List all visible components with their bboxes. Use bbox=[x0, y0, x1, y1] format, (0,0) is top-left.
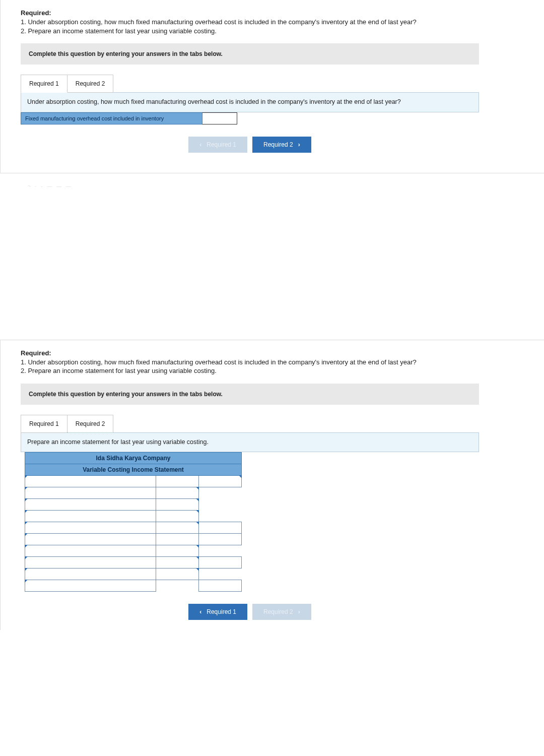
stmt-value-input[interactable] bbox=[199, 522, 241, 533]
stmt-label-input[interactable] bbox=[25, 569, 156, 580]
panel2-prompt: Prepare an income statement for last yea… bbox=[27, 438, 209, 446]
next-button: Required 2 › bbox=[252, 604, 311, 620]
required-q2: 2. Prepare an income statement for last … bbox=[21, 367, 217, 374]
stmt-label-input[interactable] bbox=[25, 557, 156, 568]
required-text: 1. Under absorption costing, how much fi… bbox=[21, 18, 524, 35]
tab-required-1[interactable]: Required 1 bbox=[21, 415, 67, 433]
stmt-mid-input[interactable] bbox=[156, 522, 198, 533]
chevron-right-icon: › bbox=[298, 608, 300, 615]
answer-label: Fixed manufacturing overhead cost includ… bbox=[21, 112, 202, 124]
prev-label: Required 1 bbox=[207, 608, 236, 615]
stmt-mid-input[interactable] bbox=[156, 557, 198, 568]
question-card-2: Required: 1. Under absorption costing, h… bbox=[0, 340, 544, 631]
stmt-label-input[interactable] bbox=[25, 545, 156, 556]
prev-button[interactable]: ‹ Required 1 bbox=[188, 604, 247, 620]
stmt-label-input[interactable] bbox=[25, 511, 156, 522]
tabs: Required 1 Required 2 bbox=[21, 75, 479, 93]
stmt-value-input[interactable] bbox=[199, 557, 241, 568]
tab-required-2[interactable]: Required 2 bbox=[67, 75, 114, 93]
next-label: Required 2 bbox=[263, 141, 293, 148]
question-card-1: Required: 1. Under absorption costing, h… bbox=[0, 0, 544, 173]
stmt-value-input[interactable] bbox=[199, 534, 241, 545]
tab-required-1[interactable]: Required 1 bbox=[21, 75, 67, 93]
instruction-banner: Complete this question by entering your … bbox=[21, 384, 479, 405]
stmt-value-input[interactable] bbox=[199, 476, 241, 487]
page-artifact: ~ · - — — — bbox=[28, 183, 88, 194]
prev-button: ‹ Required 1 bbox=[188, 137, 247, 153]
table-header-company: Ida Sidha Karya Company bbox=[25, 453, 242, 464]
tabs: Required 1 Required 2 bbox=[21, 415, 479, 433]
answer-input[interactable] bbox=[202, 112, 237, 124]
stmt-mid-input[interactable] bbox=[156, 499, 198, 510]
chevron-left-icon: ‹ bbox=[199, 141, 201, 148]
next-button[interactable]: Required 2 › bbox=[252, 137, 311, 153]
tab-panel-required-1: Under absorption costing, how much fixed… bbox=[21, 92, 479, 112]
prev-label: Required 1 bbox=[207, 141, 236, 148]
tab-panel-required-2: Prepare an income statement for last yea… bbox=[21, 432, 479, 453]
income-statement-table: Ida Sidha Karya Company Variable Costing… bbox=[25, 452, 242, 592]
table-header-title: Variable Costing Income Statement bbox=[25, 464, 242, 476]
stmt-mid-input[interactable] bbox=[156, 511, 198, 522]
answer-row: Fixed manufacturing overhead cost includ… bbox=[21, 112, 237, 124]
stmt-value-input[interactable] bbox=[199, 580, 241, 591]
stmt-label-input[interactable] bbox=[25, 499, 156, 510]
required-q1: 1. Under absorption costing, how much fi… bbox=[21, 18, 417, 26]
stmt-label-input[interactable] bbox=[25, 522, 156, 533]
chevron-right-icon: › bbox=[298, 141, 300, 148]
stmt-mid-input[interactable] bbox=[156, 487, 198, 498]
nav-row: ‹ Required 1 Required 2 › bbox=[21, 137, 479, 153]
required-heading: Required: bbox=[21, 349, 524, 357]
stmt-mid-input[interactable] bbox=[156, 545, 198, 556]
instruction-banner: Complete this question by entering your … bbox=[21, 43, 479, 65]
stmt-label-input[interactable] bbox=[25, 487, 156, 498]
nav-row: ‹ Required 1 Required 2 › bbox=[21, 604, 479, 620]
stmt-label-input[interactable] bbox=[25, 534, 156, 545]
stmt-label-input[interactable] bbox=[25, 476, 156, 487]
chevron-left-icon: ‹ bbox=[199, 608, 201, 615]
panel1-prompt: Under absorption costing, how much fixed… bbox=[27, 98, 401, 105]
stmt-mid-input[interactable] bbox=[156, 569, 198, 580]
required-heading: Required: bbox=[21, 9, 524, 17]
tab-required-2[interactable]: Required 2 bbox=[67, 415, 114, 433]
required-q2: 2. Prepare an income statement for last … bbox=[21, 27, 217, 35]
required-q1: 1. Under absorption costing, how much fi… bbox=[21, 358, 417, 366]
required-text: 1. Under absorption costing, how much fi… bbox=[21, 358, 524, 375]
stmt-label-input[interactable] bbox=[25, 580, 156, 591]
next-label: Required 2 bbox=[263, 608, 293, 615]
